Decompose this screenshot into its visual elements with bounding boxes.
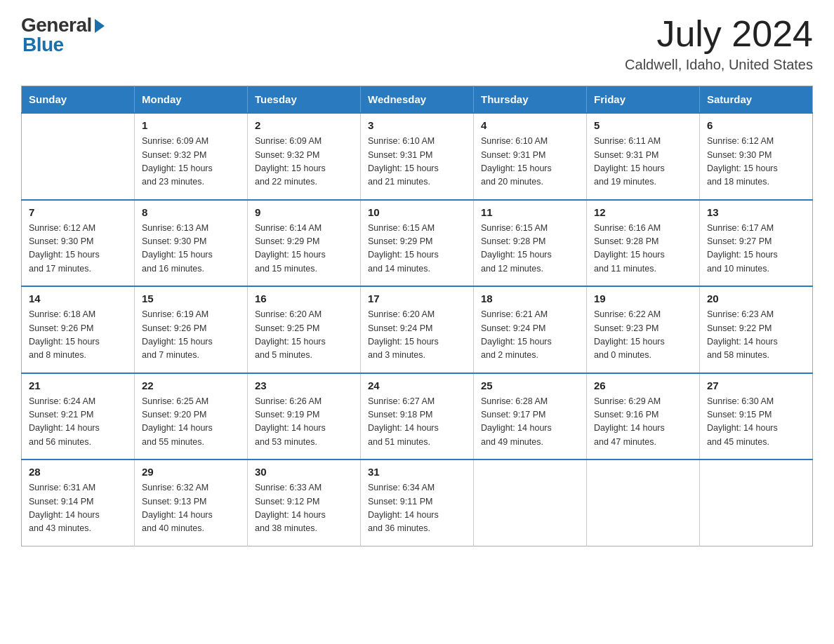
calendar-cell: 2Sunrise: 6:09 AMSunset: 9:32 PMDaylight… bbox=[248, 113, 361, 200]
logo: General Blue bbox=[21, 14, 105, 56]
day-info: Sunrise: 6:12 AMSunset: 9:30 PMDaylight:… bbox=[29, 222, 127, 276]
logo-text-blue: Blue bbox=[22, 34, 64, 56]
weekday-header-monday: Monday bbox=[135, 86, 248, 114]
day-info: Sunrise: 6:19 AMSunset: 9:26 PMDaylight:… bbox=[142, 308, 240, 363]
calendar-week-row: 7Sunrise: 6:12 AMSunset: 9:30 PMDaylight… bbox=[22, 200, 813, 287]
day-number: 7 bbox=[29, 206, 127, 218]
calendar-cell: 14Sunrise: 6:18 AMSunset: 9:26 PMDayligh… bbox=[22, 286, 135, 373]
day-info: Sunrise: 6:27 AMSunset: 9:18 PMDaylight:… bbox=[368, 395, 466, 450]
calendar-cell bbox=[22, 113, 135, 200]
day-info: Sunrise: 6:30 AMSunset: 9:15 PMDaylight:… bbox=[707, 395, 805, 450]
calendar-cell: 17Sunrise: 6:20 AMSunset: 9:24 PMDayligh… bbox=[361, 286, 474, 373]
day-number: 18 bbox=[481, 293, 579, 304]
calendar-cell: 15Sunrise: 6:19 AMSunset: 9:26 PMDayligh… bbox=[135, 286, 248, 373]
calendar-cell: 26Sunrise: 6:29 AMSunset: 9:16 PMDayligh… bbox=[587, 373, 700, 460]
day-number: 23 bbox=[255, 380, 353, 391]
day-info: Sunrise: 6:23 AMSunset: 9:22 PMDaylight:… bbox=[707, 308, 805, 363]
day-number: 17 bbox=[368, 293, 466, 304]
day-info: Sunrise: 6:20 AMSunset: 9:24 PMDaylight:… bbox=[368, 308, 466, 363]
calendar-cell bbox=[587, 459, 700, 546]
calendar-cell bbox=[474, 459, 587, 546]
calendar-week-row: 14Sunrise: 6:18 AMSunset: 9:26 PMDayligh… bbox=[22, 286, 813, 373]
day-info: Sunrise: 6:09 AMSunset: 9:32 PMDaylight:… bbox=[142, 135, 240, 189]
calendar-table: SundayMondayTuesdayWednesdayThursdayFrid… bbox=[21, 86, 813, 546]
weekday-header-tuesday: Tuesday bbox=[248, 86, 361, 114]
calendar-cell: 27Sunrise: 6:30 AMSunset: 9:15 PMDayligh… bbox=[700, 373, 813, 460]
day-number: 22 bbox=[142, 380, 240, 391]
day-number: 13 bbox=[707, 206, 805, 218]
calendar-cell: 21Sunrise: 6:24 AMSunset: 9:21 PMDayligh… bbox=[22, 373, 135, 460]
calendar-cell: 1Sunrise: 6:09 AMSunset: 9:32 PMDaylight… bbox=[135, 113, 248, 200]
calendar-week-row: 28Sunrise: 6:31 AMSunset: 9:14 PMDayligh… bbox=[22, 459, 813, 546]
title-block: July 2024 Caldwell, Idaho, United States bbox=[625, 14, 813, 73]
weekday-header-saturday: Saturday bbox=[700, 86, 813, 114]
day-info: Sunrise: 6:21 AMSunset: 9:24 PMDaylight:… bbox=[481, 308, 579, 363]
day-info: Sunrise: 6:09 AMSunset: 9:32 PMDaylight:… bbox=[255, 135, 353, 189]
calendar-cell: 4Sunrise: 6:10 AMSunset: 9:31 PMDaylight… bbox=[474, 113, 587, 200]
weekday-header-row: SundayMondayTuesdayWednesdayThursdayFrid… bbox=[22, 86, 813, 114]
calendar-cell: 7Sunrise: 6:12 AMSunset: 9:30 PMDaylight… bbox=[22, 200, 135, 287]
day-number: 20 bbox=[707, 293, 805, 304]
day-number: 5 bbox=[594, 119, 692, 131]
month-title: July 2024 bbox=[625, 14, 813, 54]
calendar-cell: 5Sunrise: 6:11 AMSunset: 9:31 PMDaylight… bbox=[587, 113, 700, 200]
weekday-header-sunday: Sunday bbox=[22, 86, 135, 114]
calendar-cell: 24Sunrise: 6:27 AMSunset: 9:18 PMDayligh… bbox=[361, 373, 474, 460]
day-number: 29 bbox=[142, 466, 240, 478]
day-info: Sunrise: 6:10 AMSunset: 9:31 PMDaylight:… bbox=[481, 135, 579, 189]
day-number: 14 bbox=[29, 293, 127, 304]
weekday-header-friday: Friday bbox=[587, 86, 700, 114]
day-info: Sunrise: 6:28 AMSunset: 9:17 PMDaylight:… bbox=[481, 395, 579, 450]
day-info: Sunrise: 6:33 AMSunset: 9:12 PMDaylight:… bbox=[255, 481, 353, 536]
day-number: 9 bbox=[255, 206, 353, 218]
calendar-cell: 3Sunrise: 6:10 AMSunset: 9:31 PMDaylight… bbox=[361, 113, 474, 200]
calendar-week-row: 21Sunrise: 6:24 AMSunset: 9:21 PMDayligh… bbox=[22, 373, 813, 460]
calendar-week-row: 1Sunrise: 6:09 AMSunset: 9:32 PMDaylight… bbox=[22, 113, 813, 200]
calendar-cell: 9Sunrise: 6:14 AMSunset: 9:29 PMDaylight… bbox=[248, 200, 361, 287]
logo-arrow-icon bbox=[95, 19, 105, 33]
day-info: Sunrise: 6:29 AMSunset: 9:16 PMDaylight:… bbox=[594, 395, 692, 450]
day-info: Sunrise: 6:26 AMSunset: 9:19 PMDaylight:… bbox=[255, 395, 353, 450]
day-info: Sunrise: 6:34 AMSunset: 9:11 PMDaylight:… bbox=[368, 481, 466, 536]
calendar-cell: 11Sunrise: 6:15 AMSunset: 9:28 PMDayligh… bbox=[474, 200, 587, 287]
calendar-cell: 13Sunrise: 6:17 AMSunset: 9:27 PMDayligh… bbox=[700, 200, 813, 287]
day-info: Sunrise: 6:31 AMSunset: 9:14 PMDaylight:… bbox=[29, 481, 127, 536]
calendar-cell bbox=[700, 459, 813, 546]
day-info: Sunrise: 6:16 AMSunset: 9:28 PMDaylight:… bbox=[594, 222, 692, 276]
day-number: 26 bbox=[594, 380, 692, 391]
day-info: Sunrise: 6:32 AMSunset: 9:13 PMDaylight:… bbox=[142, 481, 240, 536]
calendar-cell: 16Sunrise: 6:20 AMSunset: 9:25 PMDayligh… bbox=[248, 286, 361, 373]
calendar-cell: 20Sunrise: 6:23 AMSunset: 9:22 PMDayligh… bbox=[700, 286, 813, 373]
day-number: 25 bbox=[481, 380, 579, 391]
day-info: Sunrise: 6:13 AMSunset: 9:30 PMDaylight:… bbox=[142, 222, 240, 276]
day-info: Sunrise: 6:17 AMSunset: 9:27 PMDaylight:… bbox=[707, 222, 805, 276]
day-number: 3 bbox=[368, 119, 466, 131]
day-number: 10 bbox=[368, 206, 466, 218]
day-info: Sunrise: 6:15 AMSunset: 9:28 PMDaylight:… bbox=[481, 222, 579, 276]
calendar-cell: 29Sunrise: 6:32 AMSunset: 9:13 PMDayligh… bbox=[135, 459, 248, 546]
calendar-cell: 12Sunrise: 6:16 AMSunset: 9:28 PMDayligh… bbox=[587, 200, 700, 287]
page-header: General Blue July 2024 Caldwell, Idaho, … bbox=[21, 14, 813, 73]
day-info: Sunrise: 6:24 AMSunset: 9:21 PMDaylight:… bbox=[29, 395, 127, 450]
day-info: Sunrise: 6:11 AMSunset: 9:31 PMDaylight:… bbox=[594, 135, 692, 189]
day-number: 16 bbox=[255, 293, 353, 304]
calendar-cell: 6Sunrise: 6:12 AMSunset: 9:30 PMDaylight… bbox=[700, 113, 813, 200]
weekday-header-thursday: Thursday bbox=[474, 86, 587, 114]
calendar-cell: 10Sunrise: 6:15 AMSunset: 9:29 PMDayligh… bbox=[361, 200, 474, 287]
calendar-cell: 23Sunrise: 6:26 AMSunset: 9:19 PMDayligh… bbox=[248, 373, 361, 460]
calendar-cell: 18Sunrise: 6:21 AMSunset: 9:24 PMDayligh… bbox=[474, 286, 587, 373]
day-number: 6 bbox=[707, 119, 805, 131]
calendar-cell: 22Sunrise: 6:25 AMSunset: 9:20 PMDayligh… bbox=[135, 373, 248, 460]
calendar-cell: 8Sunrise: 6:13 AMSunset: 9:30 PMDaylight… bbox=[135, 200, 248, 287]
day-number: 8 bbox=[142, 206, 240, 218]
day-info: Sunrise: 6:12 AMSunset: 9:30 PMDaylight:… bbox=[707, 135, 805, 189]
day-info: Sunrise: 6:15 AMSunset: 9:29 PMDaylight:… bbox=[368, 222, 466, 276]
day-number: 15 bbox=[142, 293, 240, 304]
calendar-cell: 19Sunrise: 6:22 AMSunset: 9:23 PMDayligh… bbox=[587, 286, 700, 373]
day-number: 4 bbox=[481, 119, 579, 131]
calendar-cell: 31Sunrise: 6:34 AMSunset: 9:11 PMDayligh… bbox=[361, 459, 474, 546]
day-info: Sunrise: 6:18 AMSunset: 9:26 PMDaylight:… bbox=[29, 308, 127, 363]
day-number: 31 bbox=[368, 466, 466, 478]
day-info: Sunrise: 6:22 AMSunset: 9:23 PMDaylight:… bbox=[594, 308, 692, 363]
calendar-cell: 25Sunrise: 6:28 AMSunset: 9:17 PMDayligh… bbox=[474, 373, 587, 460]
